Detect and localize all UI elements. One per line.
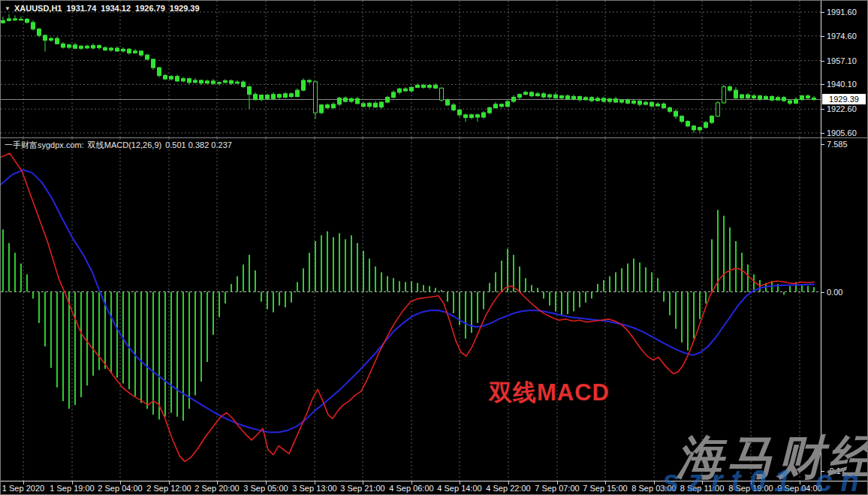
price-chart-canvas[interactable] — [1, 1, 821, 138]
candle-body — [320, 105, 324, 113]
price-axis-label: 1922.60 — [827, 104, 857, 113]
candle-body — [506, 101, 510, 107]
candle-body — [194, 80, 197, 83]
ohlc-open: 1931.74 — [67, 4, 97, 13]
candle-body — [230, 80, 234, 83]
time-axis-label: 4 Sep 22:00 — [486, 484, 530, 493]
candle-body — [308, 80, 312, 82]
candle-body — [68, 45, 71, 47]
candle-body — [290, 94, 294, 97]
indicator-header: 一手财富sygdpx.com:双线MACD(12,26,9)0.501 0.38… — [5, 140, 236, 151]
candle-body — [758, 96, 762, 99]
symbol-marker-icon: ▼ — [5, 5, 11, 12]
candle-body — [812, 98, 816, 99]
indicator-name-label: 双线MACD(12,26,9) — [88, 140, 161, 149]
macd-axis-tick — [821, 292, 824, 293]
candle-body — [746, 95, 750, 98]
candle-body — [632, 101, 636, 104]
candle-body — [314, 82, 318, 113]
candle-body — [734, 90, 738, 98]
candle-body — [158, 68, 161, 75]
macd-axis-label: 7.585 — [827, 140, 848, 149]
candle-body — [608, 99, 612, 101]
candle-body — [470, 115, 474, 118]
candle-body — [488, 108, 492, 113]
candle-body — [434, 86, 438, 89]
candle-body — [692, 126, 696, 130]
candle-body — [164, 75, 167, 79]
candle-body — [212, 81, 215, 83]
candle-body — [380, 102, 384, 107]
ohlc-low: 1926.79 — [135, 4, 165, 13]
candle-body — [140, 51, 143, 55]
candle-body — [224, 80, 228, 82]
candle-body — [602, 98, 606, 101]
candle-body — [200, 80, 203, 83]
time-axis-tick — [508, 481, 509, 484]
candle-body — [62, 44, 65, 47]
time-axis-tick — [460, 481, 460, 484]
candle-body — [176, 77, 179, 81]
price-axis-tick — [821, 109, 824, 110]
candle-body — [332, 104, 336, 108]
candle-body — [776, 98, 780, 100]
candle-body — [326, 105, 330, 108]
ohlc-high: 1934.12 — [101, 4, 131, 13]
candle-body — [560, 96, 564, 98]
candle-body — [368, 103, 372, 106]
price-axis-label: 1991.60 — [827, 8, 857, 17]
price-axis-tick — [821, 133, 824, 134]
candle-body — [650, 102, 654, 106]
time-axis-label: 2 Sep 04:00 — [98, 484, 142, 493]
candle-body — [674, 111, 678, 116]
candle-body — [548, 95, 552, 97]
candle-body — [134, 51, 137, 53]
candle-body — [410, 87, 414, 91]
candle-body — [284, 94, 288, 98]
candle-body — [542, 94, 546, 97]
candle-body — [338, 98, 342, 104]
time-axis-label: 7 Sep 15:00 — [583, 484, 627, 493]
candle-body — [398, 89, 402, 92]
candle-body — [218, 83, 222, 83]
candle-body — [620, 100, 624, 102]
price-axis-tick — [821, 84, 824, 85]
candle-body — [362, 104, 366, 107]
candle-body — [32, 23, 35, 29]
candle-body — [26, 20, 29, 23]
candle-body — [44, 35, 47, 41]
candle-body — [572, 97, 576, 99]
candle-body — [530, 92, 534, 96]
price-axis-label: 1974.60 — [827, 32, 857, 41]
indicator-vendor-label: 一手财富sygdpx.com: — [5, 140, 84, 149]
candle-body — [374, 103, 378, 107]
time-axis-tick — [266, 481, 267, 484]
candle-body — [146, 55, 149, 59]
candle-body — [668, 108, 672, 112]
candle-body — [356, 98, 360, 104]
time-axis-tick — [72, 481, 73, 484]
panel-separator[interactable] — [1, 137, 868, 138]
candle-body — [266, 95, 270, 99]
candle-body — [512, 97, 516, 101]
candle-body — [116, 48, 119, 51]
candle-body — [2, 20, 5, 23]
candle-body — [476, 115, 480, 117]
candle-body — [584, 98, 588, 100]
candle-body — [440, 88, 444, 100]
candle-body — [794, 99, 798, 103]
time-axis-label: 3 Sep 13:00 — [292, 484, 336, 493]
candle-body — [524, 92, 528, 95]
time-axis-label: 4 Sep 14:00 — [437, 484, 481, 493]
time-axis-label: 3 Sep 21:00 — [340, 484, 384, 493]
candle-body — [644, 102, 648, 104]
candle-body — [104, 48, 107, 50]
candle-body — [656, 104, 660, 106]
time-axis-tick — [363, 481, 363, 484]
time-axis-tick — [217, 481, 218, 484]
price-axis-label: 1905.60 — [827, 128, 857, 137]
symbol-period-label: XAUUSD,H1 — [14, 4, 62, 13]
time-axis-tick — [315, 481, 315, 484]
candle-body — [278, 95, 282, 98]
candle-body — [260, 95, 264, 100]
